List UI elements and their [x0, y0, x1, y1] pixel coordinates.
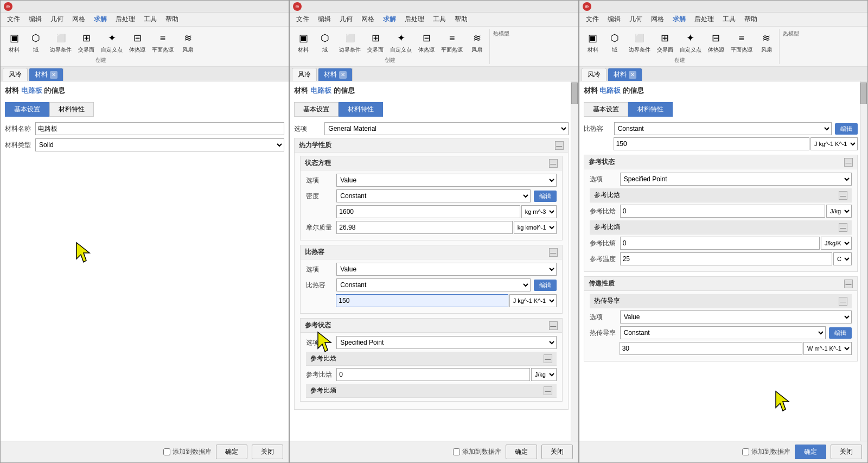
add-to-db-checkbox-2[interactable] — [453, 448, 460, 455]
thermal-cond-header-3[interactable]: 热传导率 — — [590, 294, 852, 308]
add-to-db-check-3[interactable]: 添加到数据库 — [742, 447, 790, 456]
close-btn-2[interactable]: 关闭 — [541, 445, 573, 459]
scroll-thumb-2[interactable] — [571, 83, 578, 104]
ref-entropy-header-2[interactable]: 参考比熵 — — [306, 384, 556, 398]
density-unit-2[interactable]: kg m^-3 — [521, 205, 557, 218]
tab-close-material-3[interactable]: ✕ — [629, 71, 636, 79]
ref-enthalpy-header-3[interactable]: 参考比焓 — — [590, 188, 852, 202]
tab-fenglen-2[interactable]: 风冷 — [292, 68, 317, 81]
tb-plane-heat-1[interactable]: ≡ 平面热源 — [149, 29, 176, 55]
tb-custom-2[interactable]: ✦ 自定义点 — [387, 29, 414, 55]
tb-plane-heat-2[interactable]: ≡ 平面热源 — [438, 29, 465, 55]
tb-interface-1[interactable]: ⊞ 交界面 — [75, 29, 97, 55]
tb-fan-2[interactable]: ≋ 风扇 — [467, 29, 487, 55]
ref-entropy-collapse-3[interactable]: — — [839, 223, 847, 232]
menu-edit-2[interactable]: 编辑 — [314, 14, 335, 25]
tb-material-1[interactable]: ▣ 材料 — [4, 29, 24, 55]
tab-material-3[interactable]: 材料 ✕ — [608, 68, 642, 81]
tb-body-heat-2[interactable]: ⊟ 体热源 — [416, 29, 437, 55]
tb-domain-2[interactable]: ⬡ 域 — [315, 29, 335, 55]
menu-mesh-2[interactable]: 网格 — [357, 14, 379, 25]
density-edit-btn-2[interactable]: 编辑 — [534, 191, 557, 202]
subtab-basic-1[interactable]: 基本设置 — [5, 102, 49, 117]
heat-cap-input-3[interactable] — [614, 137, 809, 150]
tb-body-heat-3[interactable]: ⊟ 体热源 — [705, 29, 727, 55]
subtab-material-1[interactable]: 材料特性 — [49, 102, 94, 117]
menu-help-1[interactable]: 帮助 — [161, 14, 183, 25]
heat-cap-header-2[interactable]: 比热容 — — [301, 245, 561, 259]
tb-domain-1[interactable]: ⬡ 域 — [25, 29, 46, 55]
menu-edit-1[interactable]: 编辑 — [24, 14, 46, 25]
menu-file-3[interactable]: 文件 — [582, 14, 603, 25]
thermo-collapse-2[interactable]: — — [555, 141, 564, 150]
close-btn-3[interactable]: 关闭 — [831, 445, 862, 459]
thermal-cond-edit-3[interactable]: 编辑 — [829, 327, 852, 339]
thermal-cond-type-select-3[interactable]: Constant — [620, 326, 826, 339]
heat-cap-input-2[interactable] — [336, 294, 508, 307]
menu-post-3[interactable]: 后处理 — [690, 14, 718, 25]
option-select-2[interactable]: General Material — [324, 122, 568, 135]
transport-header-3[interactable]: 传递性质 — — [584, 277, 857, 291]
heat-cap-edit-btn-2[interactable]: 编辑 — [534, 280, 557, 291]
subtab-material-3[interactable]: 材料特性 — [628, 102, 673, 117]
heat-cap-top-select-3[interactable]: Constant — [614, 122, 832, 135]
menu-mesh-3[interactable]: 网格 — [647, 14, 668, 25]
menu-post-2[interactable]: 后处理 — [400, 14, 429, 25]
scroll-thumb-3[interactable] — [860, 83, 867, 104]
menu-geo-1[interactable]: 几何 — [46, 14, 68, 25]
menu-geo-2[interactable]: 几何 — [335, 14, 357, 25]
thermal-cond-input-3[interactable] — [620, 342, 802, 355]
ref-entropy-header-3[interactable]: 参考比熵 — — [590, 220, 852, 234]
name-input-1[interactable] — [35, 122, 284, 135]
tab-fenglen-3[interactable]: 风冷 — [582, 68, 607, 81]
molar-input-2[interactable] — [336, 221, 512, 234]
tab-close-material-2[interactable]: ✕ — [339, 71, 347, 79]
menu-tools-1[interactable]: 工具 — [139, 14, 161, 25]
tab-fenglen-1[interactable]: 风冷 — [3, 68, 28, 81]
menu-solve-3[interactable]: 求解 — [668, 14, 690, 25]
menu-file-1[interactable]: 文件 — [3, 14, 24, 25]
thermal-cond-unit-3[interactable]: W m^-1 K^-1 — [803, 342, 852, 355]
heat-cap-unit-2[interactable]: J kg^-1 K^-1 — [509, 294, 557, 307]
ref-state-option-select-2[interactable]: Specified Point — [336, 336, 556, 349]
ref-state-header-3[interactable]: 参考状态 — — [584, 155, 857, 169]
ref-enthalpy-input-3[interactable] — [620, 205, 825, 218]
add-to-db-checkbox-1[interactable] — [163, 448, 170, 455]
thermal-cond-option-select-3[interactable]: Value — [620, 310, 852, 324]
density-input-2[interactable] — [336, 205, 520, 218]
menu-help-2[interactable]: 帮助 — [450, 14, 472, 25]
tb-body-heat-1[interactable]: ⊟ 体热源 — [126, 29, 148, 55]
ref-state-collapse-2[interactable]: — — [549, 321, 558, 330]
ref-entropy-input-3[interactable] — [620, 237, 820, 250]
menu-edit-3[interactable]: 编辑 — [603, 14, 625, 25]
ref-enthalpy-unit-3[interactable]: J/kg — [826, 205, 852, 218]
heat-cap-top-edit-3[interactable]: 编辑 — [835, 123, 858, 135]
close-btn-1[interactable]: 关闭 — [252, 445, 283, 459]
subtab-material-2[interactable]: 材料特性 — [339, 102, 383, 117]
ref-enthalpy-input-2[interactable] — [336, 368, 529, 381]
tb-interface-2[interactable]: ⊞ 交界面 — [365, 29, 386, 55]
add-to-db-check-2[interactable]: 添加到数据库 — [453, 447, 501, 456]
menu-file-2[interactable]: 文件 — [292, 14, 314, 25]
tb-material-3[interactable]: ▣ 材料 — [583, 29, 603, 55]
menu-help-3[interactable]: 帮助 — [740, 14, 762, 25]
density-select-2[interactable]: Constant — [336, 189, 530, 202]
menu-solve-2[interactable]: 求解 — [379, 14, 400, 25]
tb-custom-1[interactable]: ✦ 自定义点 — [98, 29, 125, 55]
tab-material-2[interactable]: 材料 ✕ — [318, 68, 353, 81]
tb-interface-3[interactable]: ⊞ 交界面 — [654, 29, 676, 55]
menu-mesh-1[interactable]: 网格 — [68, 14, 90, 25]
tb-plane-heat-3[interactable]: ≡ 平面热源 — [728, 29, 755, 55]
tb-bc-1[interactable]: ⬜ 边界条件 — [47, 29, 74, 55]
tb-fan-3[interactable]: ≋ 风扇 — [756, 29, 777, 55]
ref-entropy-collapse-2[interactable]: — — [544, 386, 552, 395]
transport-collapse-3[interactable]: — — [844, 280, 853, 288]
tb-domain-3[interactable]: ⬡ 域 — [604, 29, 625, 55]
heat-cap-collapse-2[interactable]: — — [549, 248, 558, 257]
add-to-db-check-1[interactable]: 添加到数据库 — [163, 447, 212, 456]
thermodynamics-header-2[interactable]: 热力学性质 — — [295, 138, 567, 153]
subtab-basic-2[interactable]: 基本设置 — [294, 102, 339, 117]
tb-bc-2[interactable]: ⬜ 边界条件 — [336, 29, 363, 55]
ref-temp-unit-3[interactable]: C — [833, 252, 852, 265]
ref-temp-input-3[interactable] — [620, 252, 832, 265]
